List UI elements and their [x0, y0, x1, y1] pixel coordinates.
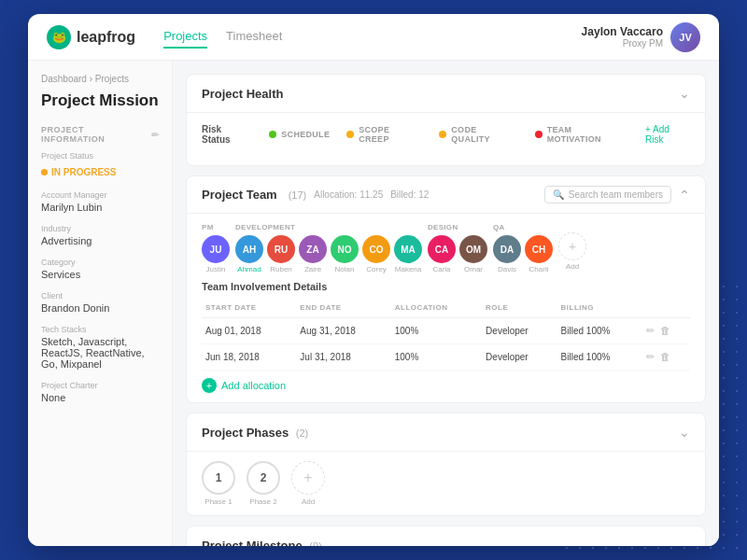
avatar-item: JU Justin [202, 235, 230, 273]
avatar-name-omar: Omar [464, 265, 483, 273]
nav-link-projects[interactable]: Projects [163, 25, 207, 49]
app-window: 🐸 leapfrog Projects Timesheet Jaylon Vac… [28, 14, 719, 546]
cell-alloc-2: 100% [391, 344, 482, 371]
delete-row-icon[interactable]: 🗑 [660, 351, 670, 363]
delete-row-icon[interactable]: 🗑 [660, 325, 670, 337]
sidebar-field-client: Client Brandon Donin [41, 291, 159, 314]
risk-status-label: Risk Status [202, 124, 252, 145]
phases-toggle-icon[interactable]: ⌄ [679, 425, 690, 440]
role-group-design: DESIGN CA Carla OM Omar [428, 223, 487, 273]
avatar-name-ruben: Ruben [270, 265, 292, 273]
avatar-item: OM Omar [459, 235, 487, 273]
phases-count: (2) [296, 427, 308, 439]
logo-text: leapfrog [77, 29, 135, 46]
team-header: Project Team (17) Allocation: 11.25 Bill… [187, 176, 705, 214]
involvement-table: START DATE END DATE ALLOCATION ROLE BILL… [202, 298, 690, 371]
avatar-name-corey: Corey [366, 265, 386, 273]
role-label-design: DESIGN [428, 223, 487, 231]
avatar-name-nolan: Nolan [335, 265, 355, 273]
role-group-qa: QA DA Davis CH Charli [493, 223, 553, 273]
project-phases-card: Project Phases (2) ⌄ 1 Phase 1 2 [186, 413, 706, 516]
edit-row-icon[interactable]: ✏ [646, 325, 655, 337]
col-billing: BILLING [557, 298, 642, 318]
avatar-name-charli: Charli [529, 265, 549, 273]
risk-dot-schedule [269, 131, 276, 138]
role-label-pm: PM [202, 223, 230, 231]
avatar-item: ZA Zaire [299, 235, 327, 273]
search-box[interactable]: 🔍 Search team members [544, 186, 671, 203]
add-allocation-button[interactable]: + Add allocation [202, 378, 690, 393]
add-risk-button[interactable]: + Add Risk [645, 124, 690, 145]
avatar-justin[interactable]: JU [202, 235, 230, 263]
sidebar-field-tech: Tech Stacks Sketch, Javascript, ReactJS,… [41, 325, 159, 370]
add-member-item: + Add [558, 232, 586, 271]
logo-icon: 🐸 [47, 25, 71, 49]
avatar-corey[interactable]: CO [362, 235, 390, 263]
table-row: Jun 18, 2018 Jul 31, 2018 100% Developer… [202, 344, 690, 371]
avatar-item: CH Charli [525, 235, 553, 273]
risk-dot-scope [346, 131, 354, 138]
cell-end-1: Aug 31, 2018 [296, 318, 390, 344]
sidebar-field-charter: Project Charter None [41, 381, 159, 403]
cell-billing-1: Billed 100% [557, 318, 642, 344]
avatar-name-justin: Justin [206, 265, 226, 273]
avatar-item: AH Ahmad [235, 235, 263, 273]
role-groups: PM JU Justin DEVELOPMENT [202, 223, 690, 273]
project-health-body: Risk Status SCHEDULE SCOPE CREEP CODE QU… [187, 113, 705, 165]
breadcrumb: Dashboard › Projects [41, 74, 159, 84]
involvement-title: Team Involvement Details [202, 281, 690, 292]
avatar-zaire[interactable]: ZA [299, 235, 327, 263]
avatar-makena[interactable]: MA [394, 235, 422, 263]
add-member-button[interactable]: + [558, 232, 586, 260]
add-phase-button[interactable]: + [291, 461, 325, 495]
avatar-carla[interactable]: CA [428, 235, 456, 263]
risk-schedule: SCHEDULE [269, 130, 330, 139]
risk-row: Risk Status SCHEDULE SCOPE CREEP CODE QU… [202, 124, 690, 145]
status-badge: IN PROGRESS [41, 167, 116, 177]
user-area: Jaylon Vaccaro Proxy PM JV [582, 22, 700, 52]
status-dot [41, 169, 48, 175]
team-toggle-icon[interactable]: ⌃ [679, 188, 690, 203]
nav-link-timesheet[interactable]: Timesheet [226, 25, 282, 49]
edit-icon[interactable]: ✏ [151, 130, 160, 140]
search-icon: 🔍 [553, 189, 564, 200]
milestone-header: Project Milestone (9) ⌄ [187, 526, 705, 546]
field-label-status: Project Status [41, 151, 159, 161]
health-toggle-icon[interactable]: ⌄ [679, 86, 690, 101]
avatar-omar[interactable]: OM [459, 235, 487, 263]
milestone-count: (9) [309, 540, 321, 547]
team-allocation: Allocation: 11.25 [314, 189, 383, 200]
user-info: Jaylon Vaccaro Proxy PM [582, 25, 663, 49]
avatar-ahmad[interactable]: AH [235, 235, 263, 263]
avatar-charli[interactable]: CH [525, 235, 553, 263]
edit-row-icon[interactable]: ✏ [646, 351, 655, 363]
risk-dot-quality [439, 131, 446, 138]
cell-billing-2: Billed 100% [557, 344, 642, 371]
avatar-name-zaire: Zaire [304, 265, 321, 273]
cell-start-2: Jun 18, 2018 [202, 344, 296, 371]
project-health-title: Project Health [202, 87, 283, 101]
add-icon: + [202, 378, 217, 393]
nav-links: Projects Timesheet [163, 25, 581, 49]
phases-title: Project Phases (2) [202, 426, 308, 440]
cell-start-1: Aug 01, 2018 [202, 318, 296, 344]
avatar-davis[interactable]: DA [493, 235, 521, 263]
cell-actions-2: ✏ 🗑 [642, 344, 690, 371]
avatar-name-ahmad: Ahmad [237, 265, 261, 273]
milestone-toggle-icon[interactable]: ⌄ [679, 538, 690, 546]
phase-add-label: Add [302, 497, 315, 506]
sidebar-field-category: Category Services [41, 258, 159, 280]
phase-circle-1[interactable]: 1 [202, 461, 235, 495]
avatars-dev: AH Ahmad RU Ruben ZA Zaire [235, 235, 422, 273]
user-avatar[interactable]: JV [670, 22, 700, 52]
project-health-card: Project Health ⌄ Risk Status SCHEDULE SC… [186, 74, 706, 166]
avatar-nolan[interactable]: NO [331, 235, 359, 263]
phase-circle-2[interactable]: 2 [247, 461, 280, 495]
table-row: Aug 01, 2018 Aug 31, 2018 100% Developer… [202, 318, 690, 344]
col-end: END DATE [296, 298, 390, 318]
search-placeholder: Search team members [569, 189, 663, 200]
avatar-ruben[interactable]: RU [267, 235, 295, 263]
risk-dot-motivation [535, 131, 543, 138]
avatar-item: CO Corey [362, 235, 390, 273]
sidebar-section-title: PROJECT INFORMATION ✏ [41, 125, 159, 144]
